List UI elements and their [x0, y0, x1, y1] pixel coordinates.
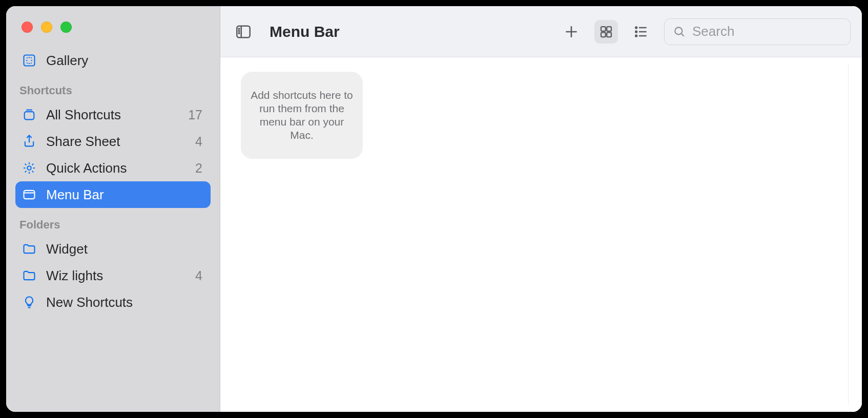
sidebar-item-quick-actions[interactable]: Quick Actions 2 [15, 155, 211, 181]
svg-point-15 [675, 27, 682, 34]
search-field[interactable] [664, 18, 851, 45]
sidebar-item-share-sheet[interactable]: Share Sheet 4 [15, 128, 211, 155]
sidebar-item-count: 4 [195, 268, 202, 283]
content-area: Add shortcuts here to run them from the … [220, 57, 862, 412]
empty-state-card: Add shortcuts here to run them from the … [241, 72, 363, 159]
sidebar-item-label: Widget [46, 241, 88, 257]
sidebar-item-folder-new-shortcuts[interactable]: New Shortcuts [15, 289, 211, 316]
gear-icon [22, 160, 37, 176]
sidebar-item-label: All Shortcuts [46, 107, 121, 123]
sidebar-item-label: Share Sheet [46, 134, 120, 150]
lightbulb-icon [22, 295, 37, 310]
gallery-icon [22, 53, 37, 68]
svg-rect-3 [24, 191, 35, 199]
window-controls [13, 17, 213, 47]
toggle-sidebar-button[interactable] [232, 20, 255, 44]
sidebar: Gallery Shortcuts All Shortcuts 17 Share… [6, 6, 220, 412]
sidebar-item-gallery[interactable]: Gallery [15, 47, 211, 74]
svg-point-2 [27, 166, 31, 170]
toolbar: Menu Bar [220, 6, 862, 57]
close-window-button[interactable] [22, 22, 33, 33]
empty-state-text: Add shortcuts here to run them from the … [250, 89, 354, 142]
sidebar-item-folder-wiz-lights[interactable]: Wiz lights 4 [15, 262, 211, 289]
page-title: Menu Bar [270, 23, 340, 40]
list-view-button[interactable] [629, 20, 653, 44]
sidebar-item-count: 17 [188, 108, 202, 122]
svg-point-5 [239, 28, 240, 29]
svg-rect-8 [601, 27, 606, 31]
svg-rect-11 [607, 32, 611, 37]
svg-rect-9 [607, 27, 611, 31]
folder-icon [22, 268, 37, 283]
fullscreen-window-button[interactable] [60, 22, 72, 33]
svg-point-13 [635, 31, 637, 32]
sidebar-item-label: Menu Bar [46, 187, 104, 203]
svg-rect-0 [24, 55, 35, 66]
svg-point-6 [239, 30, 240, 31]
app-window: Gallery Shortcuts All Shortcuts 17 Share… [6, 6, 862, 412]
share-icon [22, 134, 37, 149]
section-header-folders: Folders [13, 208, 213, 236]
svg-rect-10 [601, 32, 606, 37]
sidebar-item-label: New Shortcuts [46, 295, 133, 310]
search-icon [673, 25, 686, 38]
stack-icon [22, 107, 37, 122]
menubar-icon [22, 187, 37, 202]
folder-icon [22, 241, 37, 257]
sidebar-item-menu-bar[interactable]: Menu Bar [15, 181, 211, 208]
sidebar-item-all-shortcuts[interactable]: All Shortcuts 17 [15, 101, 211, 128]
minimize-window-button[interactable] [41, 22, 52, 33]
sidebar-item-label: Wiz lights [46, 268, 103, 284]
main-area: Menu Bar [220, 6, 862, 412]
svg-point-7 [239, 32, 240, 33]
section-header-shortcuts: Shortcuts [13, 74, 213, 101]
sidebar-item-count: 4 [195, 134, 202, 149]
svg-point-12 [635, 27, 637, 28]
sidebar-item-label: Quick Actions [46, 160, 127, 176]
search-input[interactable] [692, 24, 842, 39]
add-shortcut-button[interactable] [560, 20, 583, 44]
grid-view-button[interactable] [594, 20, 618, 44]
sidebar-item-count: 2 [195, 161, 202, 176]
svg-rect-1 [25, 112, 34, 119]
sidebar-item-label: Gallery [46, 53, 88, 69]
sidebar-item-folder-widget[interactable]: Widget [15, 236, 211, 262]
svg-point-14 [635, 35, 637, 36]
